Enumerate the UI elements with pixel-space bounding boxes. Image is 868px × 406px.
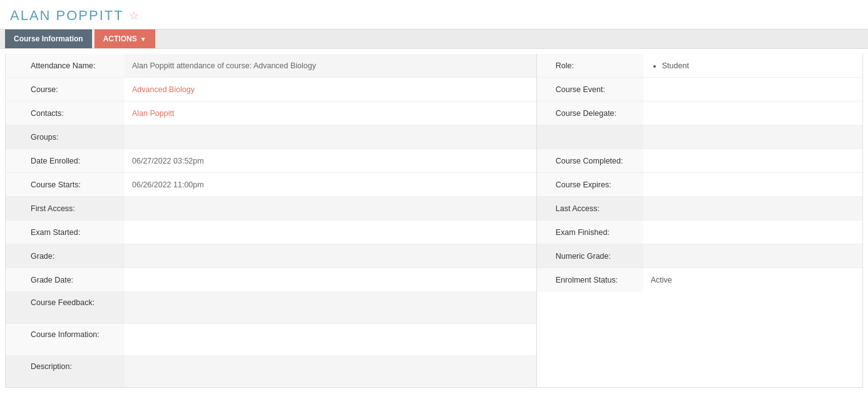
right-spacer-value: [643, 125, 862, 148]
last-access-label: Last Access:: [537, 197, 643, 220]
course-delegate-value: [643, 102, 862, 125]
first-access-label: First Access:: [6, 197, 125, 220]
actions-button[interactable]: ACTIONS ▼: [94, 29, 155, 48]
contacts-label: Contacts:: [6, 102, 125, 125]
course-completed-row: Course Completed:: [537, 149, 862, 173]
star-icon[interactable]: ☆: [129, 9, 139, 23]
course-expires-value: [643, 173, 862, 196]
contacts-value[interactable]: Alan Poppitt: [125, 102, 536, 125]
course-starts-row: Course Starts: 06/26/2022 11:00pm: [6, 173, 536, 197]
course-feedback-row: Course Feedback:: [6, 292, 536, 324]
groups-value: [125, 125, 536, 148]
last-access-value: [643, 197, 862, 220]
first-access-row: First Access:: [6, 197, 536, 221]
course-expires-row: Course Expires:: [537, 173, 862, 197]
actions-arrow-icon: ▼: [140, 36, 146, 43]
course-completed-value: [643, 149, 862, 172]
course-delegate-row: Course Delegate:: [537, 102, 862, 125]
attendance-name-value: Alan Poppitt attendance of course: Advan…: [125, 54, 536, 77]
enrolment-status-value: Active: [643, 268, 862, 292]
page-title: ALAN POPPITT: [10, 8, 124, 24]
course-information-label: Course Information:: [6, 324, 125, 355]
date-enrolled-row: Date Enrolled: 06/27/2022 03:52pm: [6, 149, 536, 173]
course-information-value: [125, 324, 536, 355]
grade-row: Grade:: [6, 244, 536, 268]
course-starts-label: Course Starts:: [6, 173, 125, 196]
role-list: Student: [651, 61, 689, 70]
right-column: Role: Student Course Event: Course Deleg…: [537, 54, 862, 387]
course-delegate-label: Course Delegate:: [537, 102, 643, 125]
role-list-item: Student: [662, 61, 689, 70]
course-information-row: Course Information:: [6, 324, 536, 356]
grade-value: [125, 244, 536, 268]
course-row: Course: Advanced Biology: [6, 78, 536, 102]
left-column: Attendance Name: Alan Poppitt attendance…: [6, 54, 537, 387]
role-value: Student: [643, 54, 862, 77]
exam-started-row: Exam Started:: [6, 221, 536, 244]
exam-started-value: [125, 221, 536, 244]
date-enrolled-value: 06/27/2022 03:52pm: [125, 149, 536, 172]
right-spacer-label: [537, 125, 643, 148]
enrolment-status-label: Enrolment Status:: [537, 268, 643, 292]
grade-label: Grade:: [6, 244, 125, 268]
course-label: Course:: [6, 78, 125, 101]
course-completed-label: Course Completed:: [537, 149, 643, 172]
exam-finished-label: Exam Finished:: [537, 221, 643, 244]
grade-date-label: Grade Date:: [6, 268, 125, 291]
last-access-row: Last Access:: [537, 197, 862, 221]
course-expires-label: Course Expires:: [537, 173, 643, 196]
role-label: Role:: [537, 54, 643, 77]
course-feedback-label: Course Feedback:: [6, 292, 125, 323]
course-event-label: Course Event:: [537, 78, 643, 101]
role-row: Role: Student: [537, 54, 862, 78]
description-label: Description:: [6, 356, 125, 387]
numeric-grade-row: Numeric Grade:: [537, 244, 862, 268]
course-feedback-value: [125, 292, 536, 323]
tab-bar: Course Information ACTIONS ▼: [0, 29, 868, 49]
description-row: Description:: [6, 356, 536, 387]
date-enrolled-label: Date Enrolled:: [6, 149, 125, 172]
contacts-row: Contacts: Alan Poppitt: [6, 102, 536, 125]
actions-label: ACTIONS: [103, 34, 137, 43]
course-starts-value: 06/26/2022 11:00pm: [125, 173, 536, 196]
exam-finished-value: [643, 221, 862, 244]
main-content: Attendance Name: Alan Poppitt attendance…: [5, 54, 863, 388]
right-spacer-row: [537, 125, 862, 149]
course-value[interactable]: Advanced Biology: [125, 78, 536, 101]
page-header: ALAN POPPITT ☆: [0, 0, 868, 29]
grade-date-row: Grade Date:: [6, 268, 536, 292]
numeric-grade-value: [643, 244, 862, 268]
course-event-value: [643, 78, 862, 101]
exam-finished-row: Exam Finished:: [537, 221, 862, 244]
description-value: [125, 356, 536, 387]
numeric-grade-label: Numeric Grade:: [537, 244, 643, 268]
exam-started-label: Exam Started:: [6, 221, 125, 244]
first-access-value: [125, 197, 536, 220]
attendance-name-label: Attendance Name:: [6, 54, 125, 77]
attendance-name-row: Attendance Name: Alan Poppitt attendance…: [6, 54, 536, 78]
tab-course-information[interactable]: Course Information: [5, 29, 92, 48]
enrolment-status-row: Enrolment Status: Active: [537, 268, 862, 292]
groups-label: Groups:: [6, 125, 125, 148]
grade-date-value: [125, 268, 536, 291]
course-event-row: Course Event:: [537, 78, 862, 102]
groups-row: Groups:: [6, 125, 536, 149]
